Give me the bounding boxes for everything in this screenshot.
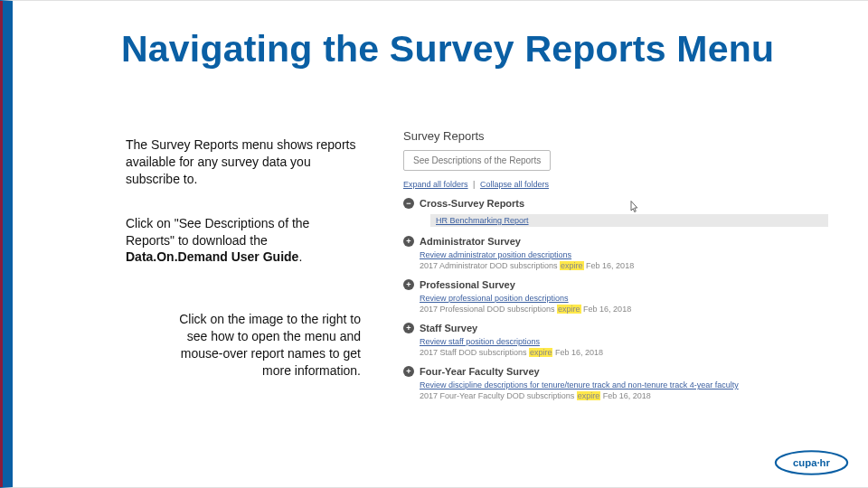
report-link[interactable]: HR Benchmarking Report [430,214,828,227]
folder-professional: Professional Survey Review professional … [403,279,855,314]
collapse-all-link[interactable]: Collapse all folders [480,180,549,189]
folder-label: Staff Survey [420,323,477,333]
meta-a: 2017 Four-Year Faculty DOD subscriptions [420,391,577,400]
folder-body: Review staff position descriptions 2017 … [420,337,855,357]
guide-text-a: Click on "See Descriptions of the Report… [126,216,309,248]
svg-text:cupa·hr: cupa·hr [793,457,831,468]
intro-paragraph: The Survey Reports menu shows reports av… [126,136,361,188]
folder-body: Review discipline descriptions for tenur… [420,380,855,400]
guide-name: Data.On.Demand User Guide [126,249,298,264]
report-row[interactable]: HR Benchmarking Report [430,214,855,227]
meta-b: Feb 16, 2018 [600,391,651,400]
expire-highlight: expire [557,305,581,314]
hint-paragraph: Click on the image to the right to see h… [126,311,361,380]
meta-b: Feb 16, 2018 [552,348,603,357]
position-descriptions-link[interactable]: Review professional position description… [420,294,855,303]
expire-highlight: expire [529,348,553,357]
folder-body: Review administrator position descriptio… [420,250,855,270]
left-column: The Survey Reports menu shows reports av… [126,136,361,407]
page-title: Navigating the Survey Reports Menu [121,28,850,70]
subscription-meta: 2017 Staff DOD subscriptions expire Feb … [420,348,855,357]
meta-a: 2017 Staff DOD subscriptions [420,348,529,357]
folder-header[interactable]: Staff Survey [403,323,855,333]
panel-header: Survey Reports [403,129,855,143]
survey-reports-panel[interactable]: Survey Reports See Descriptions of the R… [403,129,855,409]
folder-body: Review professional position description… [420,294,855,314]
expand-icon[interactable] [403,279,414,290]
position-descriptions-link[interactable]: Review discipline descriptions for tenur… [420,380,855,389]
meta-a: 2017 Professional DOD subscriptions [420,305,557,314]
guide-text-c: . [298,249,302,264]
folder-staff: Staff Survey Review staff position descr… [403,323,855,357]
folder-label: Cross-Survey Reports [420,198,524,209]
folder-administrator: Administrator Survey Review administrato… [403,236,855,270]
guide-paragraph: Click on "See Descriptions of the Report… [126,215,361,267]
folder-label: Four-Year Faculty Survey [420,366,540,377]
subscription-meta: 2017 Administrator DOD subscriptions exp… [420,261,855,270]
expand-icon[interactable] [403,366,414,377]
expand-all-link[interactable]: Expand all folders [403,180,468,189]
meta-a: 2017 Administrator DOD subscriptions [420,261,560,270]
expand-collapse-row: Expand all folders | Collapse all folder… [403,180,855,189]
subscription-meta: 2017 Four-Year Faculty DOD subscriptions… [420,391,855,400]
expand-icon[interactable] [403,323,414,333]
position-descriptions-link[interactable]: Review administrator position descriptio… [420,250,855,259]
folder-cross-survey: Cross-Survey Reports HR Benchmarking Rep… [403,198,855,227]
folder-header[interactable]: Four-Year Faculty Survey [403,366,855,377]
cupa-hr-logo: cupa·hr [773,449,850,476]
subscription-meta: 2017 Professional DOD subscriptions expi… [420,305,855,314]
meta-b: Feb 16, 2018 [581,305,632,314]
folder-header[interactable]: Professional Survey [403,279,855,290]
folder-four-year-faculty: Four-Year Faculty Survey Review discipli… [403,366,855,400]
position-descriptions-link[interactable]: Review staff position descriptions [420,337,855,346]
expire-highlight: expire [560,261,584,270]
folder-header[interactable]: Administrator Survey [403,236,855,247]
meta-b: Feb 16, 2018 [584,261,635,270]
slide: Navigating the Survey Reports Menu The S… [0,0,868,488]
folder-label: Administrator Survey [420,236,521,247]
folder-label: Professional Survey [420,279,515,290]
see-descriptions-button[interactable]: See Descriptions of the Reports [403,150,551,171]
expire-highlight: expire [577,391,601,400]
collapse-icon[interactable] [403,198,414,209]
expand-icon[interactable] [403,236,414,247]
separator: | [473,180,475,189]
